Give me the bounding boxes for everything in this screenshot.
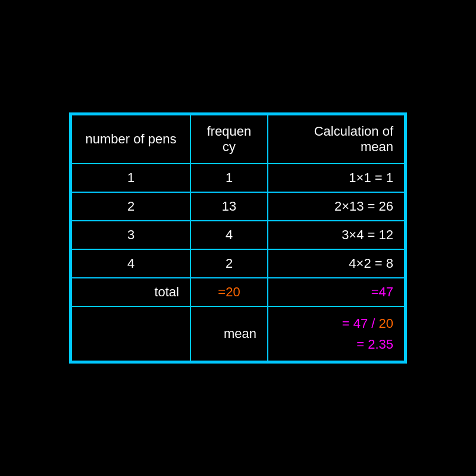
freq-value-2: 13 [190, 192, 268, 221]
total-calc: =47 [268, 278, 405, 306]
total-freq-value: =20 [218, 284, 240, 299]
freq-value-4: 2 [190, 249, 268, 278]
table-row: 2 13 2×13 = 26 [71, 192, 405, 221]
mean-calc-line1: = 47 / 20 [342, 316, 393, 331]
mean-calc-cell: = 47 / 20 = 2.35 [268, 306, 405, 361]
header-col2: frequen cy [190, 115, 268, 164]
calc-value-3: 3×4 = 12 [268, 221, 405, 249]
mean-label: mean [190, 306, 268, 361]
pens-value-1: 1 [71, 164, 190, 192]
mean-calc-line2: = 2.35 [356, 337, 393, 352]
pens-value-4: 4 [71, 249, 190, 278]
table-row: 3 4 3×4 = 12 [71, 221, 405, 249]
table-row: 4 2 4×2 = 8 [71, 249, 405, 278]
total-freq: =20 [190, 278, 268, 306]
calc-value-1: 1×1 = 1 [268, 164, 405, 192]
calc-value-4: 4×2 = 8 [268, 249, 405, 278]
total-calc-value: =47 [371, 284, 393, 299]
total-label: total [71, 278, 190, 306]
header-col3: Calculation of mean [268, 115, 405, 164]
calc-value-2: 2×13 = 26 [268, 192, 405, 221]
mean-empty-1 [71, 306, 190, 361]
pens-value-2: 2 [71, 192, 190, 221]
table-row: 1 1 1×1 = 1 [71, 164, 405, 192]
mean-row: mean = 47 / 20 = 2.35 [71, 306, 405, 361]
stats-table-container: number of pens frequen cy Calculation of… [69, 112, 407, 364]
total-row: total =20 =47 [71, 278, 405, 306]
pens-value-3: 3 [71, 221, 190, 249]
freq-value-1: 1 [190, 164, 268, 192]
header-col1: number of pens [71, 115, 190, 164]
freq-value-3: 4 [190, 221, 268, 249]
